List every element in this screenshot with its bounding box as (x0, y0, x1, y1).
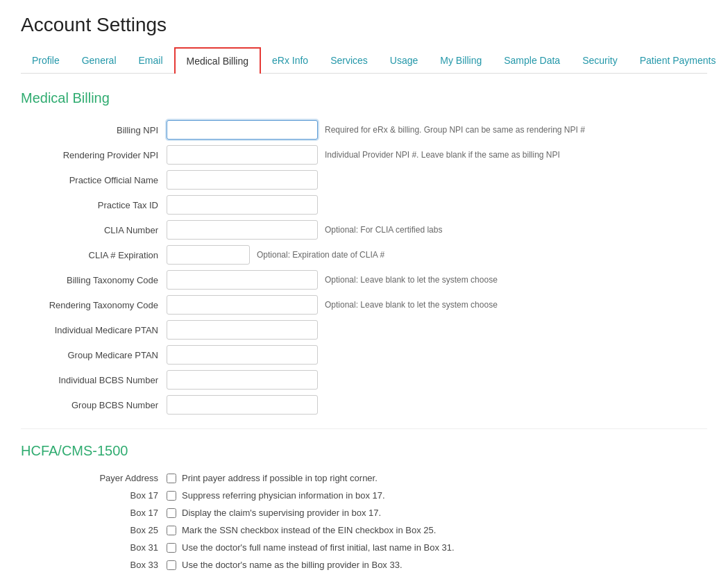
individual-medicare-ptan-row: Individual Medicare PTAN (21, 320, 707, 340)
box33-label: Box 33 (21, 560, 167, 570)
tab-general[interactable]: General (71, 47, 128, 73)
payer-address-text: Print payer address if possible in top r… (182, 473, 378, 483)
rendering-provider-npi-row: Rendering Provider NPI Individual Provid… (21, 145, 707, 165)
medical-billing-section: Medical Billing Billing NPI Required for… (21, 90, 707, 415)
practice-tax-id-row: Practice Tax ID (21, 195, 707, 215)
rendering-provider-npi-hint: Individual Provider NPI #. Leave blank i… (325, 150, 560, 160)
tab-security[interactable]: Security (571, 47, 629, 73)
practice-official-name-label: Practice Official Name (21, 175, 167, 185)
box31-text: Use the doctor's full name instead of fi… (182, 542, 455, 553)
payer-address-label: Payer Address (21, 473, 167, 483)
individual-bcbs-number-label: Individual BCBS Number (21, 375, 167, 385)
billing-taxonomy-code-row: Billing Taxonomy Code Optional: Leave bl… (21, 270, 707, 290)
hcfa-section: HCFA/CMS-1500 Payer Address Print payer … (21, 443, 707, 577)
tab-erx-info[interactable]: eRx Info (261, 47, 319, 73)
hcfa-title: HCFA/CMS-1500 (21, 443, 707, 459)
billing-taxonomy-code-input[interactable] (167, 270, 318, 290)
clia-number-label: CLIA Number (21, 225, 167, 235)
box31-checkbox[interactable] (167, 543, 176, 553)
clia-expiration-hint: Optional: Expiration date of CLIA # (257, 250, 384, 260)
box25-row: Box 25 Mark the SSN checkbox instead of … (21, 525, 707, 535)
tab-services[interactable]: Services (319, 47, 379, 73)
box31-label: Box 31 (21, 542, 167, 553)
payer-address-row: Payer Address Print payer address if pos… (21, 473, 707, 483)
rendering-taxonomy-code-row: Rendering Taxonomy Code Optional: Leave … (21, 295, 707, 315)
box25-label: Box 25 (21, 525, 167, 535)
box25-text: Mark the SSN checkbox instead of the EIN… (182, 525, 436, 535)
rendering-taxonomy-code-input[interactable] (167, 295, 318, 315)
group-medicare-ptan-input[interactable] (167, 345, 318, 365)
practice-tax-id-label: Practice Tax ID (21, 200, 167, 210)
billing-npi-hint: Required for eRx & billing. Group NPI ca… (325, 125, 585, 135)
practice-official-name-input[interactable] (167, 170, 318, 190)
group-bcbs-number-row: Group BCBS Number (21, 395, 707, 415)
billing-npi-row: Billing NPI Required for eRx & billing. … (21, 120, 707, 140)
group-bcbs-number-label: Group BCBS Number (21, 400, 167, 410)
individual-bcbs-number-row: Individual BCBS Number (21, 370, 707, 390)
tab-profile[interactable]: Profile (21, 47, 71, 73)
clia-expiration-input[interactable] (167, 245, 250, 265)
rendering-taxonomy-code-hint: Optional: Leave blank to let the system … (325, 300, 498, 310)
rendering-provider-npi-label: Rendering Provider NPI (21, 150, 167, 160)
box17-supervising-checkbox[interactable] (167, 508, 176, 518)
individual-medicare-ptan-label: Individual Medicare PTAN (21, 325, 167, 335)
individual-medicare-ptan-input[interactable] (167, 320, 318, 340)
box17-suppress-text: Suppress referring physician information… (182, 490, 385, 501)
billing-npi-input[interactable] (167, 120, 318, 140)
tab-email[interactable]: Email (128, 47, 174, 73)
group-bcbs-number-input[interactable] (167, 395, 318, 415)
rendering-provider-npi-input[interactable] (167, 145, 318, 165)
page-title: Account Settings (21, 14, 707, 36)
box17-suppress-row: Box 17 Suppress referring physician info… (21, 490, 707, 501)
practice-official-name-row: Practice Official Name (21, 170, 707, 190)
box17-supervising-label: Box 17 (21, 508, 167, 518)
tab-medical-billing[interactable]: Medical Billing (174, 47, 261, 74)
tabs-bar: Profile General Email Medical Billing eR… (21, 47, 707, 74)
box31-row: Box 31 Use the doctor's full name instea… (21, 542, 707, 553)
payer-address-checkbox[interactable] (167, 474, 176, 483)
individual-bcbs-number-input[interactable] (167, 370, 318, 390)
box25-checkbox[interactable] (167, 526, 176, 535)
box17-suppress-label: Box 17 (21, 490, 167, 501)
billing-taxonomy-code-label: Billing Taxonomy Code (21, 275, 167, 285)
group-medicare-ptan-label: Group Medicare PTAN (21, 350, 167, 360)
clia-number-row: CLIA Number Optional: For CLIA certified… (21, 220, 707, 240)
box33-row: Box 33 Use the doctor's name as the bill… (21, 560, 707, 570)
billing-taxonomy-code-hint: Optional: Leave blank to let the system … (325, 275, 498, 285)
clia-number-hint: Optional: For CLIA certified labs (325, 225, 442, 235)
tab-usage[interactable]: Usage (379, 47, 429, 73)
box17-supervising-text: Display the claim's supervising provider… (182, 508, 381, 518)
clia-expiration-label: CLIA # Expiration (21, 250, 167, 260)
rendering-taxonomy-code-label: Rendering Taxonomy Code (21, 300, 167, 310)
clia-number-input[interactable] (167, 220, 318, 240)
practice-tax-id-input[interactable] (167, 195, 318, 215)
medical-billing-title: Medical Billing (21, 90, 707, 106)
box33-text: Use the doctor's name as the billing pro… (182, 560, 403, 570)
box17-supervising-row: Box 17 Display the claim's supervising p… (21, 508, 707, 518)
box33-checkbox[interactable] (167, 560, 176, 570)
tab-sample-data[interactable]: Sample Data (493, 47, 571, 73)
tab-my-billing[interactable]: My Billing (429, 47, 493, 73)
box17-suppress-checkbox[interactable] (167, 491, 176, 501)
group-medicare-ptan-row: Group Medicare PTAN (21, 345, 707, 365)
tab-patient-payments[interactable]: Patient Payments (629, 47, 727, 73)
billing-npi-label: Billing NPI (21, 125, 167, 135)
clia-expiration-row: CLIA # Expiration Optional: Expiration d… (21, 245, 707, 265)
